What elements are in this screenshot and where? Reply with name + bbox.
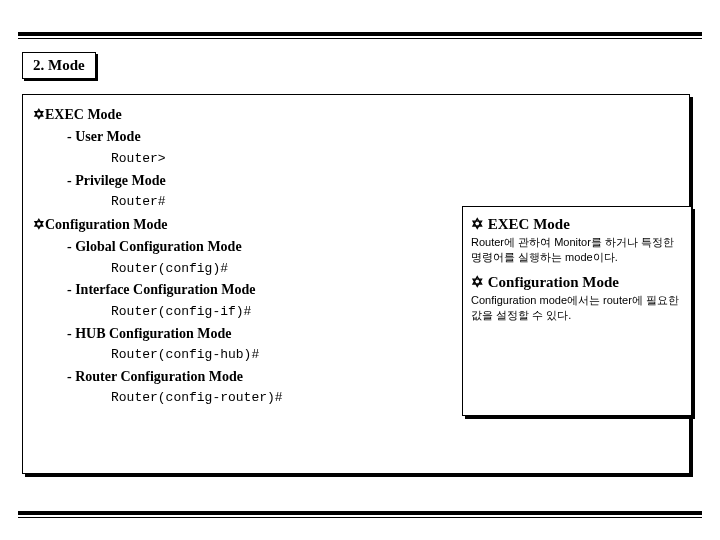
title-box: 2. Mode [22, 52, 96, 79]
side-exec-heading: ✡ EXEC Mode [471, 215, 683, 233]
exec-mode-label: EXEC Mode [45, 107, 122, 122]
privilege-mode-item: - Privilege Mode [67, 170, 679, 192]
side-exec-text: Router에 관하여 Monitor를 하거나 특정한 명령어를 실행하는 m… [471, 235, 683, 265]
config-mode-label: Configuration Mode [45, 217, 168, 232]
user-mode-item: - User Mode [67, 126, 679, 148]
side-config-label: Configuration Mode [488, 274, 619, 290]
side-config-text: Configuration mode에서는 router에 필요한 값을 설정할… [471, 293, 683, 323]
side-exec-label: EXEC Mode [488, 216, 570, 232]
title-text: 2. Mode [33, 57, 85, 73]
side-config-heading: ✡ Configuration Mode [471, 273, 683, 291]
side-info-box: ✡ EXEC Mode Router에 관하여 Monitor를 하거나 특정한… [462, 206, 692, 416]
top-rule [18, 32, 702, 39]
user-mode-prompt: Router> [111, 149, 679, 170]
bottom-rule [18, 511, 702, 518]
star-icon: ✡ [471, 215, 484, 232]
star-icon: ✡ [33, 106, 45, 122]
star-icon: ✡ [471, 273, 484, 290]
star-icon: ✡ [33, 216, 45, 232]
exec-mode-heading: ✡EXEC Mode [33, 103, 679, 126]
